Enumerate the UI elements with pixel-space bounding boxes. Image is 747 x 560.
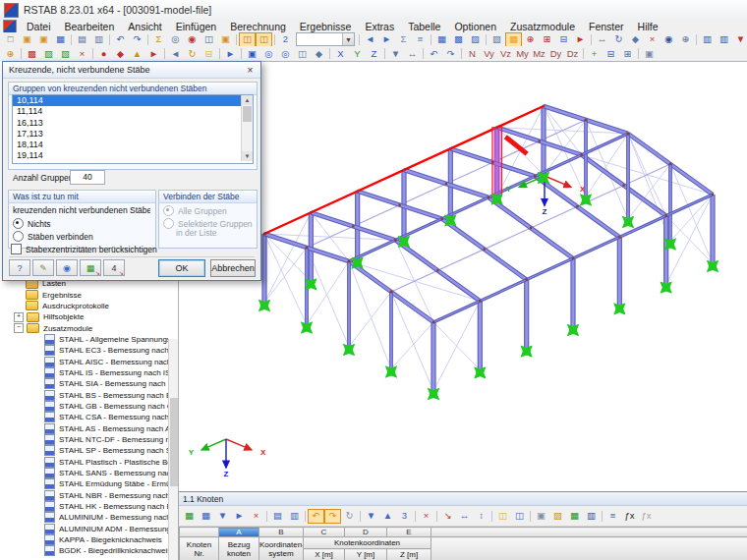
render-wire-button[interactable]: ▧ bbox=[488, 32, 505, 47]
menu-extras[interactable]: Extras bbox=[358, 20, 401, 32]
menu-zusatzmodule[interactable]: Zusatzmodule bbox=[503, 20, 582, 32]
list-view-button[interactable]: ≡ bbox=[604, 509, 621, 524]
member-divide-button[interactable]: ▩ bbox=[450, 32, 467, 47]
monitor-button[interactable]: ▥ bbox=[583, 509, 600, 524]
monitor-2-button[interactable]: ▥ bbox=[716, 32, 732, 47]
menu-datei[interactable]: Datei bbox=[20, 20, 58, 32]
new-file-button[interactable]: □ bbox=[2, 32, 19, 47]
corner-cell[interactable] bbox=[180, 528, 219, 537]
force-Dy-button[interactable]: Dy bbox=[547, 46, 564, 61]
redo-table-button[interactable]: ↷ bbox=[324, 509, 341, 524]
print-button[interactable]: ▤ bbox=[74, 32, 90, 47]
menu-tabelle[interactable]: Tabelle bbox=[401, 20, 447, 32]
grid-spacing-button[interactable]: ▧ bbox=[57, 46, 74, 61]
swap-columns-button[interactable]: ↔ bbox=[456, 509, 473, 524]
mode-pan-button[interactable]: ↔ bbox=[404, 46, 421, 61]
force-Mz-button[interactable]: Mz bbox=[531, 46, 547, 61]
dialog-title-bar[interactable]: Kreuzende, nicht verbundene Stäbe × bbox=[3, 62, 260, 79]
column-letter-a[interactable]: A bbox=[219, 528, 259, 537]
menu-einfügen[interactable]: Einfügen bbox=[169, 20, 223, 32]
refresh-table-button[interactable]: ↻ bbox=[341, 509, 358, 524]
move-handle-button[interactable]: ◄ bbox=[167, 46, 184, 61]
prev-view-button[interactable]: ◄ bbox=[362, 32, 378, 47]
history-clock-button[interactable]: ◉ bbox=[661, 32, 677, 47]
next-view-button[interactable]: ► bbox=[378, 32, 395, 47]
view-selector-input[interactable] bbox=[297, 33, 342, 45]
viewport-3d[interactable]: XYZXYZ bbox=[178, 61, 747, 492]
force-Vz-button[interactable]: Vz bbox=[497, 46, 514, 61]
chevron-down-icon[interactable]: ▼ bbox=[342, 33, 354, 45]
group-list-item[interactable]: 11,114 bbox=[13, 106, 253, 117]
print-preview-button[interactable]: ▥ bbox=[90, 32, 107, 47]
checkbox-control[interactable] bbox=[11, 244, 22, 254]
redo-button[interactable]: ↷ bbox=[129, 32, 145, 47]
grid-x-button[interactable]: ▩ bbox=[24, 46, 40, 61]
link-members-button[interactable]: ↔ bbox=[594, 32, 610, 47]
jump-up-button[interactable]: ▲ bbox=[379, 509, 396, 524]
project-folder-button[interactable]: ▣ bbox=[217, 32, 234, 47]
tree-module-item[interactable]: STAHL AISC - Bemessung nach AIS bbox=[0, 356, 168, 366]
tree-module-item[interactable]: STAHL - Allgemeine Spannungsana bbox=[0, 334, 168, 345]
menu-optionen[interactable]: Optionen bbox=[447, 20, 503, 32]
model-scene[interactable]: XYZXYZ bbox=[179, 62, 747, 492]
table-new-button[interactable]: ▦ bbox=[198, 509, 214, 524]
tree-module-item[interactable]: STAHL BS - Bemessung nach BS bbox=[0, 389, 168, 400]
rotate-view-button[interactable]: ↻ bbox=[610, 32, 627, 47]
tree-module-item[interactable]: STAHL NTC-DF - Bemessung nach bbox=[0, 434, 168, 445]
tree-module-item[interactable]: STAHL NBR - Bemessung nach NBR bbox=[0, 490, 168, 501]
guide-line-button[interactable]: ⊟ bbox=[201, 46, 217, 61]
column-letter-d[interactable]: D bbox=[345, 528, 387, 537]
help-button[interactable]: ? bbox=[9, 259, 30, 276]
save-button[interactable]: ▦ bbox=[52, 32, 69, 47]
force-My-button[interactable]: My bbox=[514, 46, 531, 61]
table-next-button[interactable]: ▥ bbox=[286, 509, 303, 524]
results-button[interactable]: ◉ bbox=[184, 32, 201, 47]
group-list-item[interactable]: 19,114 bbox=[13, 150, 253, 161]
clear-table-button[interactable]: × bbox=[418, 509, 434, 524]
tree-module-item[interactable]: STAHL AS - Bemessung nach AS bbox=[0, 422, 168, 433]
mode-select-button[interactable]: ▼ bbox=[387, 46, 404, 61]
tree-module-item[interactable]: BGDK - Biegedrillknicknachweis bbox=[0, 545, 168, 556]
tree-module-item[interactable]: STAHL IS - Bemessung nach IS bbox=[0, 367, 168, 378]
zoom-in-button[interactable]: ◎ bbox=[260, 46, 277, 61]
formula-off-button[interactable]: ƒx bbox=[638, 509, 655, 524]
load-new-button[interactable]: ⊟ bbox=[555, 32, 572, 47]
col-header-koordinatensystem[interactable]: Koordinaten- system bbox=[259, 537, 304, 560]
display-properties-button[interactable]: ▣ bbox=[641, 46, 658, 61]
expand-icon[interactable]: + bbox=[14, 312, 24, 322]
checkbox-stabexzentrizitaeten[interactable]: Stabexzentrizitäten berücksichtigen bbox=[11, 244, 157, 254]
zoom-out-button[interactable]: ◎ bbox=[277, 46, 294, 61]
pick-table-button[interactable]: ▦↘ bbox=[80, 259, 101, 276]
rotate-left-button[interactable]: ↶ bbox=[426, 46, 442, 61]
member-eccentricity-button[interactable]: ▨ bbox=[467, 32, 484, 47]
force-Vy-button[interactable]: Vy bbox=[481, 46, 497, 61]
tree-module-item[interactable]: STAHL Ermüdung Stäbe - Ermüdun bbox=[0, 478, 168, 489]
undo-button[interactable]: ↶ bbox=[112, 32, 129, 47]
insert-row-button[interactable]: ↕ bbox=[473, 509, 489, 524]
col-header-z[interactable]: Z [m] bbox=[387, 549, 431, 560]
pick-red-button[interactable]: ↘ bbox=[439, 509, 456, 524]
scroll-down-icon[interactable]: ▼ bbox=[242, 151, 253, 161]
radio-nichts[interactable]: Nichts bbox=[13, 218, 51, 229]
selection-arrow-button[interactable]: ► bbox=[222, 46, 239, 61]
table-toggle-button[interactable]: ◫ bbox=[239, 32, 256, 47]
tree-folder-ergebnisse[interactable]: Ergebnisse bbox=[0, 289, 168, 300]
open-project-button[interactable]: ▣ bbox=[35, 32, 52, 47]
menu-ergebnisse[interactable]: Ergebnisse bbox=[293, 20, 359, 32]
support-symbol-button[interactable]: + bbox=[586, 46, 603, 61]
picture-button[interactable]: ▨ bbox=[549, 509, 566, 524]
panel-toggle-button[interactable]: ◫ bbox=[256, 32, 272, 47]
anzahl-gruppen-field[interactable]: 40 bbox=[70, 170, 105, 185]
menu-berechnung[interactable]: Berechnung bbox=[223, 20, 293, 32]
collapse-icon[interactable]: − bbox=[14, 323, 24, 333]
listbox-scrollbar[interactable]: ▲ ▼ bbox=[241, 95, 253, 161]
zoom-loupe-button[interactable]: ◎ bbox=[167, 32, 184, 47]
flag-button[interactable]: ► bbox=[572, 32, 589, 47]
ortho-mode-button[interactable]: ▲ bbox=[129, 46, 145, 61]
radio-staebe-verbinden[interactable]: Stäben verbinden bbox=[13, 231, 93, 242]
zoom-all-button[interactable]: ◆ bbox=[311, 46, 327, 61]
column-letter-e[interactable]: E bbox=[387, 528, 431, 537]
tree-folder-zusatzmodule[interactable]: −Zusatzmodule bbox=[0, 322, 168, 333]
tree-module-item[interactable]: STAHL Plastisch - Plastische Bemes bbox=[0, 457, 168, 468]
table-prev-button[interactable]: ▤ bbox=[269, 509, 286, 524]
